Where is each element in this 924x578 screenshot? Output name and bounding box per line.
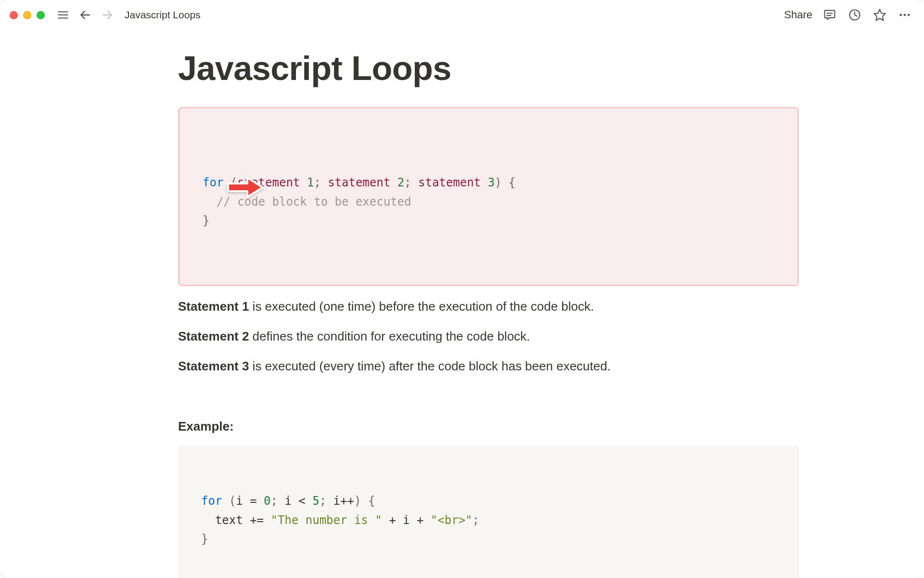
sidebar-toggle-button[interactable] xyxy=(55,7,71,23)
updates-button[interactable] xyxy=(847,7,862,23)
code-token: += xyxy=(243,513,271,527)
code-token: 1 xyxy=(307,176,314,189)
bold-text: Statement 3 xyxy=(178,359,249,373)
code-token: { xyxy=(509,176,515,189)
paragraph: Statement 3 is executed (every time) aft… xyxy=(178,356,799,376)
arrow-annotation-icon xyxy=(142,155,264,226)
more-button[interactable] xyxy=(897,7,912,23)
code-token: ; xyxy=(473,513,479,527)
code-block-example[interactable]: for (i = 0; i < 5; i++) { text += "The n… xyxy=(178,446,799,578)
close-window-button[interactable] xyxy=(10,11,18,19)
svg-point-10 xyxy=(904,14,906,16)
code-token: ) xyxy=(495,176,501,189)
code-token: "<br>" xyxy=(431,513,473,527)
code-token: ; xyxy=(314,176,321,189)
code-token: ( xyxy=(229,494,236,508)
code-token: ; xyxy=(320,494,326,508)
minimize-window-button[interactable] xyxy=(23,11,31,19)
svg-marker-8 xyxy=(874,9,885,20)
paragraph: Statement 2 defines the condition for ex… xyxy=(178,327,799,346)
code-token: "The number is " xyxy=(271,513,382,527)
example-heading: Example: xyxy=(178,419,799,434)
code-token: + xyxy=(382,513,403,527)
svg-point-9 xyxy=(900,14,902,16)
maximize-window-button[interactable] xyxy=(37,11,45,19)
svg-point-11 xyxy=(908,14,910,16)
code-token: i xyxy=(236,494,243,508)
code-token: ) xyxy=(354,494,361,508)
code-token: ; xyxy=(271,494,278,508)
window-controls xyxy=(10,11,45,19)
bold-text: Statement 2 xyxy=(178,329,249,343)
text: is executed (every time) after the code … xyxy=(249,359,611,373)
favorite-button[interactable] xyxy=(872,7,887,23)
topbar: Javascript Loops Share xyxy=(0,0,924,30)
code-token: statement xyxy=(328,176,398,189)
code-token: = xyxy=(243,494,264,508)
paragraph: Statement 1 is executed (one time) befor… xyxy=(178,297,799,316)
share-button[interactable]: Share xyxy=(784,9,812,21)
code-token: i++ xyxy=(334,494,354,508)
text: is executed (one time) before the execut… xyxy=(249,299,594,314)
code-token: for xyxy=(201,494,222,508)
code-token: 0 xyxy=(264,494,270,508)
breadcrumb[interactable]: Javascript Loops xyxy=(125,9,201,21)
code-token: 5 xyxy=(312,494,319,508)
comments-button[interactable] xyxy=(822,7,837,23)
page-content: Javascript Loops xyxy=(0,30,924,578)
code-token: statement xyxy=(418,176,488,189)
code-token: < xyxy=(292,494,312,508)
code-token: i xyxy=(284,494,291,508)
bold-text: Statement 1 xyxy=(178,299,249,314)
code-token: } xyxy=(201,532,208,546)
page-title: Javascript Loops xyxy=(178,49,799,88)
code-token: i xyxy=(403,513,410,527)
page: Javascript Loops xyxy=(125,49,799,578)
code-token: 3 xyxy=(488,176,494,189)
code-token: { xyxy=(368,494,375,508)
app-window: Javascript Loops Share xyxy=(0,0,924,578)
code-token: + xyxy=(410,513,431,527)
code-token: ; xyxy=(404,176,411,189)
code-token: 2 xyxy=(398,176,404,189)
topbar-right: Share xyxy=(784,7,912,23)
text: defines the condition for executing the … xyxy=(249,329,530,343)
code-token: text xyxy=(215,513,243,527)
forward-button[interactable] xyxy=(100,7,115,23)
code-block-syntax[interactable]: for (statement 1; statement 2; statement… xyxy=(178,107,799,286)
back-button[interactable] xyxy=(77,7,93,23)
